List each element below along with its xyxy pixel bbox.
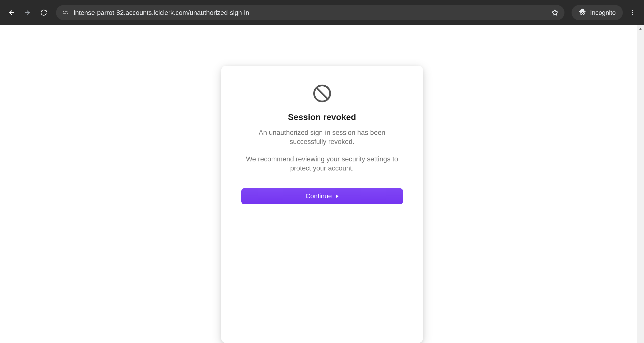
session-revoked-card: Session revoked An unauthorized sign-in … xyxy=(221,66,423,343)
svg-point-9 xyxy=(583,13,585,15)
page-content: Session revoked An unauthorized sign-in … xyxy=(0,25,644,343)
bookmark-star-icon[interactable] xyxy=(551,9,558,16)
svg-rect-5 xyxy=(63,13,66,14)
card-paragraph-1: An unauthorized sign-in session has been… xyxy=(241,128,403,146)
card-paragraph-2: We recommend reviewing your security set… xyxy=(241,155,403,173)
reload-button[interactable] xyxy=(37,6,50,19)
svg-point-13 xyxy=(632,14,633,15)
address-bar[interactable]: intense-parrot-82.accounts.lclclerk.com/… xyxy=(56,5,564,20)
svg-point-8 xyxy=(580,13,582,15)
continue-button-label: Continue xyxy=(305,192,332,200)
svg-point-11 xyxy=(632,10,633,11)
svg-rect-3 xyxy=(65,11,68,12)
site-settings-icon[interactable] xyxy=(62,9,69,16)
svg-marker-6 xyxy=(552,10,558,15)
incognito-label: Incognito xyxy=(590,9,616,16)
scrollbar[interactable] xyxy=(637,25,644,343)
svg-point-12 xyxy=(632,12,633,13)
incognito-icon xyxy=(579,8,586,17)
svg-line-16 xyxy=(316,88,327,99)
svg-point-2 xyxy=(63,11,64,12)
back-button[interactable] xyxy=(5,6,18,19)
url-text: intense-parrot-82.accounts.lclclerk.com/… xyxy=(74,9,546,17)
incognito-badge[interactable]: Incognito xyxy=(572,5,623,20)
scroll-up-arrow-icon[interactable] xyxy=(637,25,644,32)
continue-button[interactable]: Continue xyxy=(241,188,403,204)
browser-menu-button[interactable] xyxy=(626,6,639,19)
svg-point-4 xyxy=(67,13,68,14)
prohibit-icon xyxy=(313,84,332,103)
forward-button[interactable] xyxy=(21,6,34,19)
browser-toolbar: intense-parrot-82.accounts.lclclerk.com/… xyxy=(0,0,644,25)
caret-right-icon xyxy=(336,194,339,198)
svg-marker-14 xyxy=(639,28,642,30)
card-title: Session revoked xyxy=(241,112,403,122)
svg-rect-7 xyxy=(579,11,585,12)
